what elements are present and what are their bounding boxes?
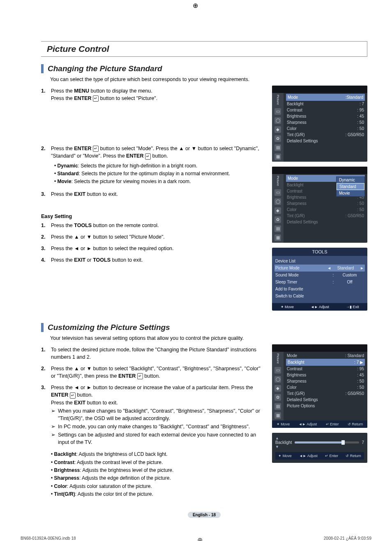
- popup-option[interactable]: Movie: [337, 190, 364, 196]
- tools-row[interactable]: Add to Favorite: [274, 286, 365, 293]
- hint-label: ✦ Move: [278, 454, 292, 458]
- osd-row-key: Sharpness: [287, 379, 307, 383]
- slider-value: 7: [362, 440, 364, 445]
- osd-picture-menu-2: Picture ▭ ◯ ◆ ✿ ▤ ▦ ModeBacklightContras…: [272, 167, 367, 243]
- osd-row-key: Backlight: [287, 102, 304, 106]
- osd-row-key: Mode: [288, 95, 298, 100]
- osd-row-key: Backlight: [287, 183, 304, 187]
- step-1: 1. Press the MENU button to display the …: [41, 87, 266, 102]
- osd-column: Picture ▭ ◯ ◆ ✿ ▤ ▦ Mode: StandardBackli…: [272, 344, 367, 499]
- tools-menu: TOOLS Device ListPicture Mode◄Standard►S…: [272, 248, 367, 311]
- osd-row-value: : G50/R50: [345, 132, 364, 137]
- text: Press the: [51, 95, 74, 101]
- osd-row-key: Color: [287, 385, 297, 390]
- subtitle-accent-bar: [41, 323, 44, 332]
- intro-text: You can select the type of picture which…: [50, 77, 367, 82]
- easy-setting-heading: Easy Setting: [41, 213, 266, 220]
- osd-row-value: : 45: [357, 373, 364, 377]
- osd-category-label: Picture: [276, 95, 280, 105]
- subtitle-row: Changing the Picture Standard: [41, 64, 367, 73]
- slider-footer-hints: ✦ Move◄► Adjust↵ Enter↺ Return: [275, 452, 364, 460]
- tools-row[interactable]: Picture Mode◄Standard►: [274, 265, 365, 272]
- osd-row: Brightness: 45: [286, 113, 365, 119]
- slider-down-arrow-icon: ▼: [275, 445, 364, 449]
- osd-row-value: : 50: [357, 379, 364, 383]
- hint-label: ↵ Enter: [326, 422, 339, 426]
- osd-picture-menu-1: Picture ▭ ◯ ◆ ✿ ▤ ▦ Mode:StandardBacklig…: [272, 86, 367, 162]
- circle-icon: ◯: [274, 117, 281, 124]
- osd-row: Color: 50: [286, 384, 365, 390]
- tools-title: TOOLS: [272, 248, 367, 256]
- osd-row: Color: 50: [286, 125, 365, 132]
- osd-row[interactable]: Mode:Standard: [286, 94, 365, 101]
- def-sharpness: Sharpness: Adjusts the edge definition o…: [51, 475, 266, 482]
- hint-label: ◄► Adjust: [298, 422, 317, 426]
- popup-option[interactable]: Standard: [337, 183, 364, 190]
- osd-row: Picture Options: [286, 403, 365, 409]
- tools-row[interactable]: Sleep Timer:Off: [274, 279, 365, 286]
- slider-thumb[interactable]: [341, 440, 345, 445]
- osd-row-key: Detailed Settings: [287, 397, 318, 402]
- enter-icon: ↵: [145, 153, 151, 160]
- osd-row-value: : 50: [357, 120, 364, 125]
- osd-row-key: Brightness: [287, 373, 306, 377]
- osd-row: Brightness: 45: [286, 372, 365, 378]
- osd-row-key: Tint (G/R): [287, 214, 305, 218]
- enter-icon: ↵: [137, 373, 143, 379]
- intro-text: Your television has several setting opti…: [50, 335, 367, 341]
- gear-icon: ✿: [274, 135, 281, 142]
- note-2: ➢In PC mode, you can only make changes t…: [51, 423, 266, 430]
- page-footer-meta: BN68-01392A-00ENG.indb 18 ⊕ 2008-02-21 ¿…: [0, 534, 392, 541]
- easy-step-2: 2.Press the ▲ or ▼ button to select "Pic…: [41, 233, 266, 241]
- osd-row: Backlight: 7: [286, 101, 365, 107]
- osd-row-value: : 95: [357, 108, 364, 112]
- easy-step-1: 1.Press the TOOLS button on the remote c…: [41, 222, 266, 229]
- text: button to select "Picture".: [99, 95, 157, 101]
- osd-sidebar: Picture ▭ ◯ ◆ ✿ ▤ ▦: [272, 174, 284, 243]
- osd-row-value: : 50: [357, 207, 364, 212]
- osd-row: Mode: Standard: [286, 353, 365, 359]
- osd-row: Detailed Settings: [286, 219, 365, 225]
- def-color: Color: Adjusts color saturation of the p…: [51, 483, 266, 490]
- instructions-column: 1. Press the MENU button to display the …: [41, 86, 272, 311]
- osd-row-value: : 50: [357, 385, 364, 390]
- enter-icon: ↵: [93, 95, 99, 102]
- enter-label: ENTER: [74, 95, 91, 101]
- instructions-column: 1.To select the desired picture mode, fo…: [41, 344, 272, 499]
- tools-footer: ✦ Move◄► Adjust→▮ Exit: [272, 303, 367, 311]
- mode-popup-menu[interactable]: DynamicStandardMovie: [336, 176, 365, 197]
- input-icon: ▤: [274, 403, 281, 410]
- osd-row[interactable]: Backlight: 7 ▶: [286, 359, 365, 366]
- page-number: English - 18: [41, 511, 367, 518]
- text: button to display the menu.: [89, 88, 152, 94]
- osd-footer-hints: ✦ Move◄► Adjust↵ Enter↺ Return: [272, 420, 367, 428]
- mode-standard: Standard: Selects the picture for the op…: [54, 170, 266, 177]
- osd-row-value: : Standard: [345, 353, 364, 358]
- tools-row[interactable]: Device List: [274, 258, 365, 265]
- slider-track[interactable]: [295, 441, 360, 443]
- monitor-icon: ▭: [274, 367, 281, 374]
- enter-label: ENTER: [126, 153, 143, 159]
- osd-row-key: Contrast: [287, 367, 302, 371]
- enter-icon: ↵: [70, 392, 76, 399]
- osd-row-key: Mode: [287, 353, 297, 358]
- popup-option[interactable]: Dynamic: [337, 177, 364, 183]
- tools-row[interactable]: Sound Mode:Custom: [274, 272, 365, 279]
- hint-label: ↺ Return: [348, 422, 363, 426]
- osd-row-value: :Standard: [346, 95, 363, 100]
- circle-icon: ◯: [274, 198, 281, 205]
- osd-row-value: : 7 ▶: [354, 360, 363, 365]
- subtitle-customizing-picture-settings: Customizing the Picture Settings: [48, 323, 170, 332]
- tools-row[interactable]: Switch to Cable: [274, 293, 365, 300]
- osd-row-key: Contrast: [287, 189, 302, 193]
- osd-row: Tint (G/R): G50/R50: [286, 213, 365, 219]
- text: Press the: [51, 146, 74, 151]
- osd-row: Sharpness: 50: [286, 119, 365, 125]
- osd-row-key: Brightness: [287, 114, 306, 118]
- easy-step-4: 4.Press the EXIT or TOOLS button to exit…: [41, 256, 266, 264]
- osd-row-value: : 7: [360, 102, 364, 106]
- osd-row: Contrast: 95: [286, 366, 365, 372]
- osd-row-value: : G50/R50: [345, 391, 364, 396]
- osd-sidebar: Picture ▭ ◯ ◆ ✿ ▤ ▦: [272, 352, 284, 420]
- apps-icon: ▦: [274, 153, 281, 160]
